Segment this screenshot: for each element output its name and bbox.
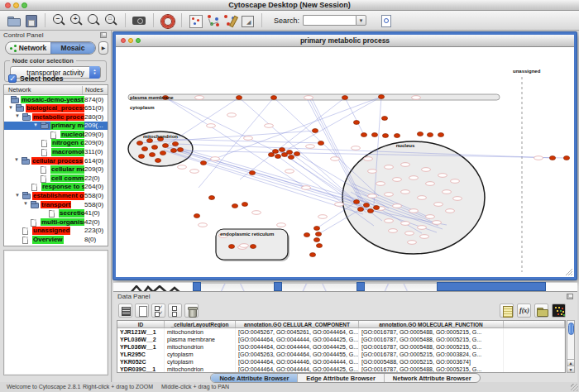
- table-cell[interactable]: [GO:0044464, GO:0044444, GO:0044425, G..…: [236, 366, 359, 373]
- graph-node[interactable]: [382, 134, 388, 138]
- table-cell[interactable]: YDR039C__1: [117, 366, 165, 373]
- graph-node[interactable]: [363, 203, 369, 208]
- graph-node[interactable]: [361, 133, 366, 137]
- table-cell[interactable]: [GO:0044464, GO:0044444, GO:0044425, G..…: [236, 343, 359, 351]
- table-cell[interactable]: [GO:0016787, GO:0005488, GO:0005215, G..…: [359, 336, 504, 343]
- table-cell[interactable]: YJR121W__1: [117, 328, 165, 336]
- graph-node[interactable]: [417, 132, 423, 136]
- tree-row[interactable]: nucleobase-209(0): [4, 130, 108, 139]
- graph-node[interactable]: [549, 156, 555, 160]
- graph-node[interactable]: [294, 152, 299, 156]
- graph-node[interactable]: [270, 96, 276, 100]
- table-row[interactable]: YJR121W__1mitochondrion[GO:0045267, GO:0…: [117, 328, 565, 336]
- graph-node[interactable]: [236, 96, 242, 100]
- graph-node[interactable]: [172, 142, 178, 146]
- scroll-up-icon[interactable]: ▲: [567, 359, 574, 366]
- float-panel-icon[interactable]: [100, 32, 107, 38]
- table-cell[interactable]: YPL036W__1: [117, 343, 165, 351]
- graph-node[interactable]: [281, 153, 287, 157]
- graph-node[interactable]: [170, 149, 176, 153]
- zoom-selected-icon[interactable]: [86, 13, 102, 28]
- tab-node-attribute-browser[interactable]: Node Attribute Browser: [211, 374, 298, 382]
- graph-node[interactable]: [242, 203, 247, 207]
- tab-network-attribute-browser[interactable]: Network Attribute Browser: [385, 374, 480, 382]
- table-cell[interactable]: plasma membrane: [165, 336, 236, 343]
- table-cell[interactable]: YPL036W__2: [117, 336, 165, 343]
- graph-node[interactable]: [353, 200, 359, 204]
- graph-node[interactable]: [304, 233, 309, 237]
- help-ring-icon[interactable]: [160, 13, 175, 28]
- select-nodes-checkbox[interactable]: ✓: [8, 74, 17, 83]
- table-cell[interactable]: YLR295C: [117, 351, 165, 358]
- tree-row[interactable]: Overview8(0): [4, 236, 108, 245]
- formula-icon[interactable]: [517, 304, 531, 318]
- table-scrollbar[interactable]: ▲ ▼: [567, 320, 575, 373]
- canvas-resize-grip[interactable]: [571, 274, 572, 275]
- tree-row[interactable]: response to stimul264(0): [4, 183, 108, 192]
- tree-row[interactable]: ▼cellular process614(0): [4, 156, 108, 165]
- expand-triangle-icon[interactable]: ▼: [8, 105, 13, 110]
- background-window-edge[interactable]: [193, 282, 201, 291]
- table-cell[interactable]: [GO:0044464, GO:0044446, GO:0044444, G..…: [236, 358, 359, 366]
- graph-node[interactable]: [177, 148, 183, 152]
- tree-row[interactable]: ▼establishment of lo558(0): [4, 192, 108, 201]
- graph-node[interactable]: [151, 146, 157, 150]
- graph-node[interactable]: [141, 147, 147, 151]
- graph-node[interactable]: [342, 96, 347, 100]
- column-header[interactable]: _cellularLayoutRegion: [165, 321, 236, 327]
- tree-row[interactable]: mosaic-demo-yeast874(0): [4, 95, 108, 104]
- background-window-edge[interactable]: [356, 282, 365, 291]
- table-cell[interactable]: [GO:0016787, GO:0005215, GO:0003824, G..…: [359, 351, 504, 358]
- table-row[interactable]: YPL036W__2plasma membrane[GO:0044464, GO…: [117, 336, 565, 343]
- graph-node[interactable]: [373, 206, 379, 210]
- graph-node[interactable]: [381, 117, 387, 121]
- attribute-table[interactable]: ID_cellularLayoutRegionannotation.GO CEL…: [117, 320, 566, 373]
- graph-node[interactable]: [232, 204, 237, 208]
- graph-node[interactable]: [371, 133, 377, 137]
- tree-row[interactable]: secretion41(0): [4, 209, 108, 218]
- table-cell[interactable]: mitochondrion: [165, 343, 236, 351]
- table-cell[interactable]: mitochondrion: [165, 366, 236, 373]
- tab-edge-attribute-browser[interactable]: Edge Attribute Browser: [298, 374, 384, 382]
- tree-row[interactable]: ▼transport558(0): [4, 200, 108, 209]
- background-window-overview[interactable]: [127, 282, 184, 291]
- graph-node[interactable]: [136, 141, 142, 146]
- graph-node[interactable]: [138, 155, 144, 159]
- graph-node[interactable]: [279, 148, 285, 152]
- expand-triangle-icon[interactable]: ▼: [14, 157, 19, 162]
- select-attrs-icon[interactable]: [151, 304, 165, 318]
- tree-row[interactable]: ▼biological_process651(0): [4, 104, 108, 113]
- graph-node[interactable]: [160, 151, 165, 155]
- graph-node[interactable]: [367, 209, 373, 213]
- column-header[interactable]: ID: [117, 321, 165, 327]
- tree-row[interactable]: nitrogen compo209(0): [4, 139, 108, 148]
- network-canvas[interactable]: plasma membranecytoplasmmitochondrionnuc…: [116, 47, 574, 277]
- graph-node[interactable]: [309, 253, 315, 257]
- zoom-in-icon[interactable]: [69, 13, 84, 28]
- graph-node[interactable]: [200, 161, 206, 165]
- tab-mosaic[interactable]: Mosaic: [50, 42, 95, 54]
- expand-triangle-icon[interactable]: ▼: [23, 201, 28, 206]
- graph-node[interactable]: [313, 227, 319, 231]
- table-cell[interactable]: [GO:0016787, GO:0005488, GO:0005215, G..…: [359, 366, 504, 373]
- background-window-preview[interactable]: [365, 282, 437, 291]
- graph-node[interactable]: [250, 245, 256, 249]
- scroll-down-icon[interactable]: ▼: [567, 366, 574, 372]
- graph-node[interactable]: [378, 95, 384, 99]
- background-window-preview[interactable]: [201, 282, 274, 291]
- table-cell[interactable]: mitochondrion: [165, 328, 236, 336]
- graph-node[interactable]: [249, 171, 255, 175]
- graph-node[interactable]: [155, 159, 160, 163]
- tree-row[interactable]: ▼primary metabo209(...: [4, 122, 108, 131]
- tree-row[interactable]: multi-organism pro42(0): [4, 218, 108, 227]
- resize-grip-icon[interactable]: [571, 384, 578, 391]
- graph-node[interactable]: [146, 139, 152, 143]
- network-overview-navigator[interactable]: [3, 250, 108, 375]
- graph-node[interactable]: [288, 155, 294, 160]
- graph-node[interactable]: [315, 232, 321, 237]
- table-cell[interactable]: [GO:0044464, GO:0044444, GO:0044425, G..…: [236, 336, 359, 343]
- table-grid-icon[interactable]: [118, 304, 132, 318]
- tree-row[interactable]: macromolecule311(0): [4, 148, 108, 157]
- table-scrollbar-thumb[interactable]: [568, 323, 574, 335]
- graph-node[interactable]: [357, 208, 363, 212]
